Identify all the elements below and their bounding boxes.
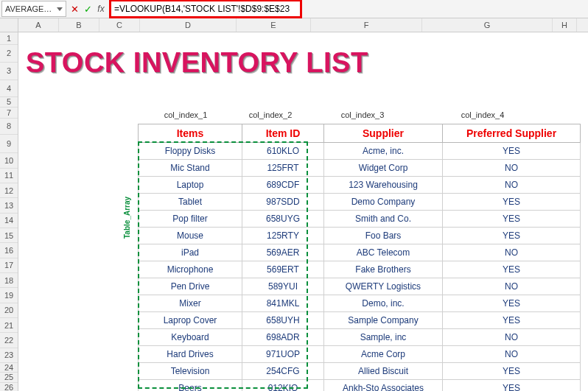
cell-items[interactable]: Floppy Disks xyxy=(139,143,242,160)
cell-id[interactable]: 698ADR xyxy=(242,329,324,346)
col-header-H[interactable]: H xyxy=(553,18,577,32)
cell-supplier[interactable]: Sample Company xyxy=(324,312,443,329)
row-header-5[interactable]: 5 xyxy=(0,97,18,107)
fx-icon[interactable]: fx xyxy=(94,4,108,14)
cell-pref[interactable]: YES xyxy=(443,380,581,392)
cell-items[interactable]: Beers xyxy=(139,380,242,392)
row-header-16[interactable]: 16 xyxy=(0,243,18,258)
row-header-21[interactable]: 21 xyxy=(0,318,18,333)
cell-id[interactable]: 569AER xyxy=(242,244,324,261)
cell-items[interactable]: Microphone xyxy=(139,261,242,278)
cell-items[interactable]: Laprop Cover xyxy=(139,312,242,329)
cell-items[interactable]: Mixer xyxy=(139,295,242,312)
table-row[interactable]: Pen Drive589YUIQWERTY LogisticsNO xyxy=(139,278,581,295)
th-pref[interactable]: Preferred Supplier xyxy=(443,124,581,143)
row-header-18[interactable]: 18 xyxy=(0,273,18,288)
row-header-7[interactable]: 7 xyxy=(0,108,18,119)
row-header-1[interactable]: 1 xyxy=(0,32,18,45)
row-header-13[interactable]: 13 xyxy=(0,198,18,213)
cell-items[interactable]: Tablet xyxy=(139,194,242,211)
cell-supplier[interactable]: Demo Company xyxy=(324,194,443,211)
cell-id[interactable]: 125RTY xyxy=(242,228,324,244)
row-header-10[interactable]: 10 xyxy=(0,153,18,168)
row-header-17[interactable]: 17 xyxy=(0,258,18,273)
cell-supplier[interactable]: 123 Warehousing xyxy=(324,177,443,194)
cell-id[interactable]: 971UOP xyxy=(242,346,324,363)
row-header-4[interactable]: 4 xyxy=(0,80,18,98)
row-header-2[interactable]: 2 xyxy=(0,45,18,63)
cell-supplier[interactable]: Demo, inc. xyxy=(324,295,443,312)
row-header-9[interactable]: 9 xyxy=(0,135,18,154)
cell-id[interactable]: 254CFG xyxy=(242,363,324,380)
col-header-E[interactable]: E xyxy=(237,18,311,32)
cell-pref[interactable]: NO xyxy=(443,329,581,346)
col-header-D[interactable]: D xyxy=(140,18,237,32)
col-header-B[interactable]: B xyxy=(59,18,99,32)
cell-supplier[interactable]: Sample, inc xyxy=(324,329,443,346)
row-header-12[interactable]: 12 xyxy=(0,183,18,198)
cell-id[interactable]: 841MKL xyxy=(242,295,324,312)
select-all-corner[interactable] xyxy=(0,18,18,32)
cell-id[interactable]: 589YUI xyxy=(242,278,324,295)
cell-pref[interactable]: NO xyxy=(443,160,581,177)
row-header-26[interactable]: 26 xyxy=(0,383,18,391)
col-header-F[interactable]: F xyxy=(311,18,422,32)
cell-items[interactable]: Laptop xyxy=(139,177,242,194)
cell-id[interactable]: 125FRT xyxy=(242,160,324,177)
cell-pref[interactable]: NO xyxy=(443,346,581,363)
row-header-3[interactable]: 3 xyxy=(0,63,18,80)
cell-pref[interactable]: YES xyxy=(443,143,581,160)
formula-input[interactable] xyxy=(109,0,302,18)
table-row[interactable]: Laptop689CDF123 WarehousingNO xyxy=(139,177,581,194)
cell-items[interactable]: Keyboard xyxy=(139,329,242,346)
table-row[interactable]: Microphone569ERTFake BrothersYES xyxy=(139,261,581,278)
chevron-down-icon[interactable] xyxy=(57,7,63,11)
col-header-A[interactable]: A xyxy=(18,18,59,32)
table-row[interactable]: Television254CFGAllied BiscuitYES xyxy=(139,363,581,380)
table-row[interactable]: Tablet987SDDDemo CompanyYES xyxy=(139,194,581,211)
cell-pref[interactable]: YES xyxy=(443,261,581,278)
enter-icon[interactable]: ✓ xyxy=(81,4,94,15)
cell-supplier[interactable]: QWERTY Logistics xyxy=(324,278,443,295)
cell-pref[interactable]: YES xyxy=(443,194,581,211)
cell-supplier[interactable]: Fake Brothers xyxy=(324,261,443,278)
col-header-C[interactable]: C xyxy=(99,18,140,32)
name-box[interactable]: AVERAGE… xyxy=(1,1,66,17)
cell-pref[interactable]: YES xyxy=(443,312,581,329)
row-header-14[interactable]: 14 xyxy=(0,214,18,228)
th-items[interactable]: Items xyxy=(139,124,242,143)
cell-pref[interactable]: YES xyxy=(443,295,581,312)
cell-id[interactable]: 658UYH xyxy=(242,312,324,329)
table-row[interactable]: Mic Stand125FRTWidget CorpNO xyxy=(139,160,581,177)
cell-supplier[interactable]: Ankh-Sto Associates xyxy=(324,380,443,392)
row-header-11[interactable]: 11 xyxy=(0,169,18,183)
col-header-G[interactable]: G xyxy=(422,18,553,32)
table-row[interactable]: Laprop Cover658UYHSample CompanyYES xyxy=(139,312,581,329)
cell-supplier[interactable]: Widget Corp xyxy=(324,160,443,177)
table-row[interactable]: Hard Drives971UOPAcme CorpNO xyxy=(139,346,581,363)
row-header-8[interactable]: 8 xyxy=(0,119,18,135)
cell-supplier[interactable]: Acme Corp xyxy=(324,346,443,363)
cell-items[interactable]: Pop filter xyxy=(139,211,242,228)
table-row[interactable]: Keyboard698ADRSample, incNO xyxy=(139,329,581,346)
row-header-15[interactable]: 15 xyxy=(0,228,18,243)
cell-pref[interactable]: YES xyxy=(443,363,581,380)
th-supplier[interactable]: Supplier xyxy=(324,124,443,143)
th-item-id[interactable]: Item ID xyxy=(242,124,324,143)
cell-supplier[interactable]: ABC Telecom xyxy=(324,244,443,261)
row-header-25[interactable]: 25 xyxy=(0,373,18,382)
cell-pref[interactable]: NO xyxy=(443,244,581,261)
cell-pref[interactable]: YES xyxy=(443,228,581,244)
cell-id[interactable]: 689CDF xyxy=(242,177,324,194)
cell-supplier[interactable]: Smith and Co. xyxy=(324,211,443,228)
row-header-22[interactable]: 22 xyxy=(0,333,18,348)
cell-pref[interactable]: NO xyxy=(443,278,581,295)
table-row[interactable]: Floppy Disks610KLOAcme, inc.YES xyxy=(139,143,581,160)
cell-id[interactable]: 012KIO xyxy=(242,380,324,392)
row-header-20[interactable]: 20 xyxy=(0,303,18,318)
row-header-19[interactable]: 19 xyxy=(0,288,18,303)
cell-items[interactable]: iPad xyxy=(139,244,242,261)
table-row[interactable]: Mixer841MKLDemo, inc.YES xyxy=(139,295,581,312)
cell-id[interactable]: 610KLO xyxy=(242,143,324,160)
cell-id[interactable]: 658UYG xyxy=(242,211,324,228)
